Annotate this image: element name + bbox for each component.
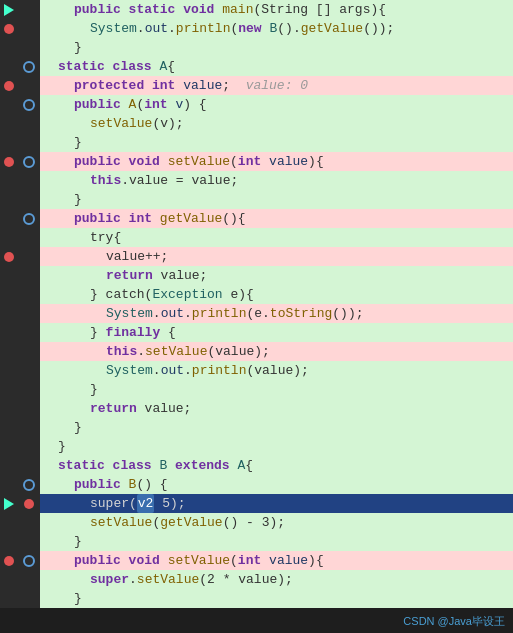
token: . <box>184 304 192 323</box>
line-icon-col <box>18 133 40 152</box>
line-icon-col <box>18 399 40 418</box>
line-icon-col <box>18 152 40 171</box>
token: B <box>129 475 137 494</box>
token: } <box>90 380 98 399</box>
gutter-indicator <box>0 380 18 399</box>
line-icon-col <box>18 228 40 247</box>
token: this <box>90 171 121 190</box>
code-line: super.setValue(2 * value); <box>0 570 513 589</box>
code-line: } <box>0 437 513 456</box>
gutter-indicator <box>0 133 18 152</box>
debug-icon[interactable] <box>23 156 35 168</box>
breakpoint-icon[interactable] <box>4 24 14 34</box>
debug-icon[interactable] <box>23 61 35 73</box>
token: out <box>161 304 184 323</box>
token: } <box>74 190 82 209</box>
code-content: System.out.println(value); <box>40 361 513 380</box>
token: 5); <box>154 494 185 513</box>
token: } <box>74 532 82 551</box>
code-content: static class A{ <box>40 57 513 76</box>
code-editor: public static void main(String [] args){… <box>0 0 513 633</box>
token: void <box>183 0 222 19</box>
debug-icon[interactable] <box>23 99 35 111</box>
token: out <box>161 361 184 380</box>
token: setValue <box>137 570 199 589</box>
gutter-indicator <box>0 95 18 114</box>
code-line: System.out.println(new B().getValue()); <box>0 19 513 38</box>
token: main <box>222 0 253 19</box>
token: extends <box>175 456 237 475</box>
token: ){ <box>308 551 324 570</box>
token: } <box>74 133 82 152</box>
token: super <box>90 570 129 589</box>
token: return <box>106 266 161 285</box>
gutter-indicator <box>0 19 18 38</box>
gutter-indicator <box>0 361 18 380</box>
code-content: } <box>40 133 513 152</box>
code-line: } <box>0 133 513 152</box>
token: } catch( <box>90 285 152 304</box>
watermark: CSDN @Java毕设王 <box>403 614 505 629</box>
code-content: } catch(Exception e){ <box>40 285 513 304</box>
code-content: this.setValue(value); <box>40 342 513 361</box>
debug-icon[interactable] <box>23 555 35 567</box>
token: value <box>183 76 222 95</box>
line-icon-col <box>18 0 40 19</box>
token: setValue <box>145 342 207 361</box>
token: public <box>74 95 129 114</box>
token: public <box>74 209 129 228</box>
token: ( <box>230 551 238 570</box>
line-icon-col <box>18 570 40 589</box>
token: } <box>74 38 82 57</box>
token: { <box>167 57 175 76</box>
code-content: return value; <box>40 266 513 285</box>
code-content: public int getValue(){ <box>40 209 513 228</box>
token: System <box>106 361 153 380</box>
token: finally <box>106 323 168 342</box>
token: } <box>74 589 82 608</box>
line-icon-col <box>18 323 40 342</box>
token: setValue <box>168 152 230 171</box>
token: ( <box>152 513 160 532</box>
line-icon-col <box>18 76 40 95</box>
code-line: public int getValue(){ <box>0 209 513 228</box>
code-line: System.out.println(value); <box>0 361 513 380</box>
breakpoint-icon[interactable] <box>24 499 34 509</box>
token: println <box>176 19 231 38</box>
line-icon-col <box>18 190 40 209</box>
code-line: setValue(v); <box>0 114 513 133</box>
code-line: } catch(Exception e){ <box>0 285 513 304</box>
breakpoint-icon[interactable] <box>4 252 14 262</box>
token: e){ <box>230 285 253 304</box>
line-icon-col <box>18 494 40 513</box>
token: ) { <box>183 95 206 114</box>
token: return <box>90 399 145 418</box>
debug-icon[interactable] <box>23 213 35 225</box>
token: super( <box>90 494 137 513</box>
breakpoint-icon[interactable] <box>4 81 14 91</box>
token: public <box>74 475 129 494</box>
line-icon-col <box>18 38 40 57</box>
token: System <box>106 304 153 323</box>
line-icon-col <box>18 551 40 570</box>
line-icon-col <box>18 456 40 475</box>
breakpoint-icon[interactable] <box>4 157 14 167</box>
breakpoint-icon[interactable] <box>4 556 14 566</box>
code-content: setValue(v); <box>40 114 513 133</box>
gutter-indicator <box>0 247 18 266</box>
code-content: try{ <box>40 228 513 247</box>
debug-icon[interactable] <box>23 479 35 491</box>
code-content: this.value = value; <box>40 171 513 190</box>
token: A <box>237 456 245 475</box>
line-icon-col <box>18 304 40 323</box>
code-line: return value; <box>0 399 513 418</box>
line-icon-col <box>18 209 40 228</box>
line-icon-col <box>18 475 40 494</box>
token: value: 0 <box>246 76 308 95</box>
gutter-indicator <box>0 152 18 171</box>
token: ( <box>230 19 238 38</box>
code-content: } <box>40 532 513 551</box>
line-icon-col <box>18 266 40 285</box>
line-icon-col <box>18 380 40 399</box>
token: void <box>129 551 168 570</box>
